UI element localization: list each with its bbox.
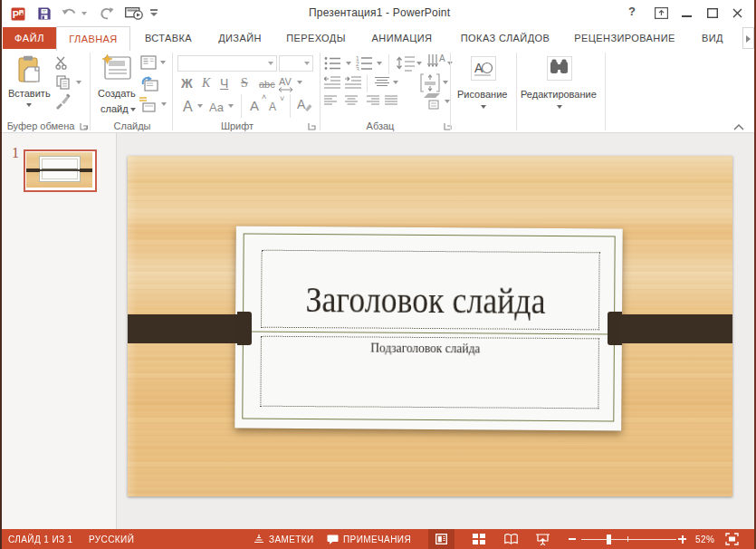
svg-text:3: 3 (356, 66, 359, 71)
svg-text:P: P (13, 9, 19, 20)
svg-text:A: A (439, 53, 445, 63)
svg-text:А: А (297, 97, 306, 111)
